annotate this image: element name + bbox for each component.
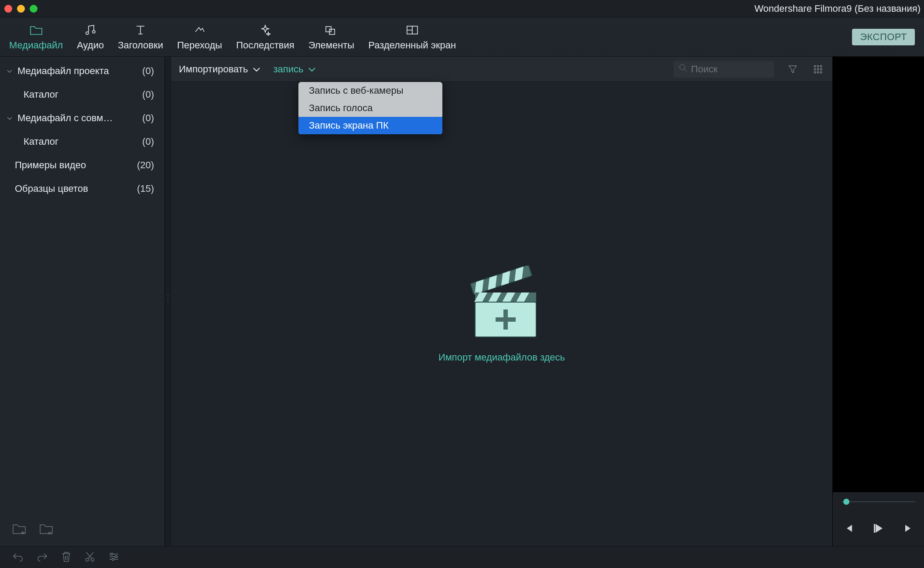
- svg-point-11: [814, 71, 816, 73]
- svg-point-30: [86, 558, 89, 561]
- tab-label: Последствия: [236, 40, 294, 51]
- tab-label: Переходы: [177, 40, 222, 51]
- previous-frame-button[interactable]: [845, 524, 855, 534]
- chevron-down-icon: [252, 64, 261, 75]
- tab-audio[interactable]: Аудио: [70, 20, 111, 56]
- sidebar-item-label: Примеры видео: [15, 160, 86, 171]
- sidebar: Медиафайл проекта (0) Каталог (0) Медиаф…: [0, 57, 165, 546]
- sidebar-item-catalog-2[interactable]: Каталог (0): [0, 130, 164, 153]
- search-placeholder: Поиск: [691, 64, 718, 75]
- tab-titles[interactable]: Заголовки: [111, 20, 170, 56]
- svg-point-7: [820, 65, 822, 67]
- svg-point-33: [115, 556, 117, 558]
- traffic-lights: [4, 5, 38, 13]
- svg-point-8: [814, 68, 816, 70]
- menu-item-screen[interactable]: Запись экрана ПК: [298, 117, 442, 134]
- text-icon: [135, 24, 146, 36]
- tab-effects[interactable]: Последствия: [229, 20, 301, 56]
- tab-label: Заголовки: [118, 40, 163, 51]
- record-label: запись: [273, 64, 303, 75]
- split-screen-icon: [406, 24, 418, 36]
- maximize-window-button[interactable]: [30, 5, 38, 13]
- chevron-down-icon: [6, 115, 14, 122]
- sidebar-item-sample-videos[interactable]: Примеры видео (20): [0, 153, 164, 177]
- play-button[interactable]: [873, 523, 884, 535]
- record-dropdown-menu: Запись с веб-камеры Запись голоса Запись…: [298, 82, 442, 134]
- svg-marker-26: [847, 525, 852, 532]
- next-frame-button[interactable]: [903, 524, 912, 534]
- search-input[interactable]: Поиск: [674, 61, 774, 78]
- svg-point-31: [91, 558, 94, 561]
- new-folder-icon[interactable]: [12, 523, 27, 537]
- svg-point-9: [817, 68, 819, 70]
- svg-point-34: [112, 558, 114, 561]
- sidebar-item-count: (0): [142, 112, 157, 124]
- delete-folder-icon[interactable]: [39, 523, 54, 537]
- tab-elements[interactable]: Элементы: [301, 20, 362, 56]
- preview-seek-slider[interactable]: [833, 492, 924, 511]
- tab-split-screen[interactable]: Разделенный экран: [361, 20, 463, 56]
- export-button[interactable]: ЭКСПОРТ: [852, 29, 915, 45]
- close-window-button[interactable]: [4, 5, 12, 13]
- sidebar-splitter[interactable]: [165, 57, 171, 546]
- svg-rect-28: [874, 524, 875, 533]
- media-drop-zone[interactable]: Импорт медиафайлов здесь: [171, 82, 832, 546]
- folder-icon: [30, 24, 43, 36]
- delete-button[interactable]: [61, 551, 72, 564]
- window-title: Wondershare Filmora9 (Без названия): [754, 0, 921, 17]
- sidebar-item-label: Медиафайл с совм…: [17, 112, 113, 124]
- tab-transitions[interactable]: Переходы: [170, 20, 229, 56]
- svg-marker-29: [905, 525, 910, 532]
- sidebar-item-count: (0): [142, 65, 157, 77]
- undo-button[interactable]: [12, 552, 24, 563]
- svg-point-12: [817, 71, 819, 73]
- sidebar-item-count: (0): [142, 136, 157, 147]
- search-icon: [679, 64, 688, 75]
- sidebar-item-count: (15): [137, 183, 157, 194]
- svg-point-6: [817, 65, 819, 67]
- svg-point-13: [820, 71, 822, 73]
- sidebar-item-label: Каталог: [24, 136, 58, 147]
- menu-item-voice[interactable]: Запись голоса: [298, 99, 442, 117]
- preview-viewport: [833, 57, 924, 492]
- chevron-down-icon: [6, 68, 14, 75]
- slider-knob[interactable]: [843, 499, 849, 505]
- minimize-window-button[interactable]: [17, 5, 25, 13]
- tab-media[interactable]: Медиафайл: [2, 20, 70, 56]
- sidebar-item-project-media[interactable]: Медиафайл проекта (0): [0, 59, 164, 83]
- svg-point-4: [680, 65, 685, 70]
- import-dropdown[interactable]: Импортировать: [179, 64, 261, 75]
- preview-panel: [832, 57, 924, 546]
- sidebar-item-label: Медиафайл проекта: [17, 65, 109, 77]
- chevron-down-icon: [308, 64, 316, 75]
- sparkle-icon: [260, 24, 271, 36]
- sidebar-item-catalog-1[interactable]: Каталог (0): [0, 83, 164, 106]
- drop-zone-hint: Импорт медиафайлов здесь: [438, 352, 565, 363]
- bottom-toolbar: [0, 546, 924, 568]
- sidebar-item-shared-media[interactable]: Медиафайл с совм… (0): [0, 106, 164, 130]
- clapperboard-icon: [460, 265, 543, 340]
- cut-button[interactable]: [85, 551, 95, 564]
- redo-button[interactable]: [37, 552, 48, 563]
- shapes-icon: [325, 24, 337, 36]
- tab-label: Элементы: [308, 40, 355, 51]
- transitions-icon: [194, 24, 206, 36]
- grid-view-icon[interactable]: [811, 65, 825, 74]
- media-toolbar: Импортировать запись Поиск: [171, 57, 832, 82]
- sidebar-item-sample-colors[interactable]: Образцы цветов (15): [0, 177, 164, 201]
- svg-point-32: [111, 553, 113, 555]
- svg-point-5: [814, 65, 816, 67]
- music-note-icon: [85, 24, 96, 36]
- import-label: Импортировать: [179, 64, 248, 75]
- main-area: Медиафайл проекта (0) Каталог (0) Медиаф…: [0, 57, 924, 546]
- filter-icon[interactable]: [786, 64, 799, 75]
- menu-item-webcam[interactable]: Запись с веб-камеры: [298, 82, 442, 99]
- sidebar-list: Медиафайл проекта (0) Каталог (0) Медиаф…: [0, 57, 164, 515]
- tab-label: Медиафайл: [9, 40, 63, 51]
- adjust-button[interactable]: [108, 552, 120, 563]
- record-dropdown[interactable]: запись: [273, 64, 316, 75]
- tab-label: Разделенный экран: [368, 40, 456, 51]
- sidebar-item-label: Каталог: [24, 89, 58, 100]
- preview-controls: [833, 511, 924, 546]
- tab-label: Аудио: [77, 40, 104, 51]
